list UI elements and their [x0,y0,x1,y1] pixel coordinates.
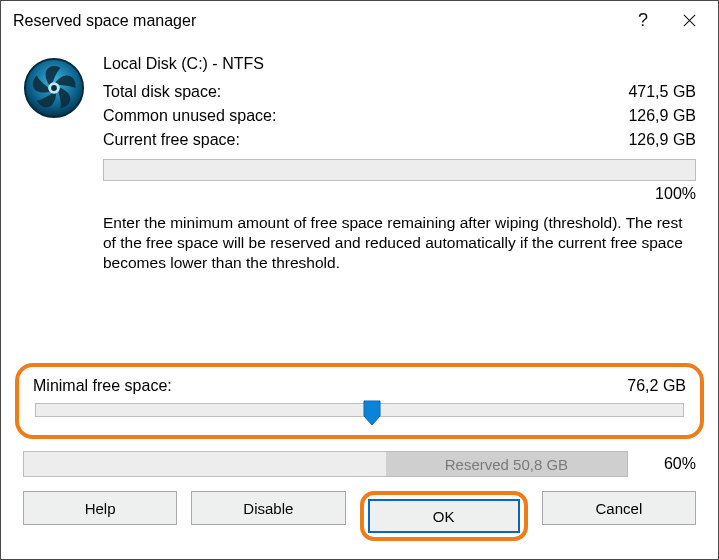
threshold-description: Enter the minimum amount of free space r… [103,213,696,272]
close-icon[interactable] [666,2,712,40]
row-total-space: Total disk space: 471,5 GB [103,83,696,101]
help-button[interactable]: Help [23,491,177,525]
help-icon[interactable]: ? [620,2,666,40]
reserved-percent: 60% [642,455,696,473]
dialog-body: Local Disk (C:) - NTFS Total disk space:… [1,41,718,559]
ok-button[interactable]: OK [368,499,520,533]
button-row: Help Disable OK Cancel [23,491,696,541]
info-section: Local Disk (C:) - NTFS Total disk space:… [23,55,696,272]
disable-button[interactable]: Disable [191,491,345,525]
dialog-window: Reserved space manager ? [0,0,719,560]
common-unused-label: Common unused space: [103,107,628,125]
row-common-unused: Common unused space: 126,9 GB [103,107,696,125]
ok-button-label: OK [433,508,455,525]
close-glyph [682,13,697,28]
minimal-free-space-highlight: Minimal free space: 76,2 GB [15,363,704,439]
help-button-label: Help [85,500,116,517]
current-free-value: 126,9 GB [628,131,696,149]
free-space-bar [103,159,696,181]
minimal-free-space-slider[interactable] [35,403,684,417]
minimal-free-space-value: 76,2 GB [627,377,686,395]
cancel-button-label: Cancel [596,500,643,517]
common-unused-value: 126,9 GB [628,107,696,125]
reserved-label: Reserved 50,8 GB [445,456,568,473]
total-space-value: 471,5 GB [628,83,696,101]
free-space-percent: 100% [103,185,696,203]
reserved-bar: Reserved 50,8 GB [23,451,628,477]
reserved-row: Reserved 50,8 GB 60% [23,451,696,477]
reserved-fill: Reserved 50,8 GB [386,452,627,476]
minimal-free-space-row: Minimal free space: 76,2 GB [33,377,686,395]
app-icon [23,55,103,272]
ok-button-highlight: OK [360,491,528,541]
help-glyph: ? [638,10,648,31]
row-current-free: Current free space: 126,9 GB [103,131,696,149]
disable-button-label: Disable [243,500,293,517]
minimal-free-space-label: Minimal free space: [33,377,627,395]
titlebar: Reserved space manager ? [1,1,718,41]
window-title: Reserved space manager [13,12,620,30]
total-space-label: Total disk space: [103,83,628,101]
current-free-label: Current free space: [103,131,628,149]
cancel-button[interactable]: Cancel [542,491,696,525]
disk-name: Local Disk (C:) - NTFS [103,55,696,73]
svg-point-4 [51,85,57,91]
info-column: Local Disk (C:) - NTFS Total disk space:… [103,55,696,272]
slider-thumb-icon [363,400,381,426]
